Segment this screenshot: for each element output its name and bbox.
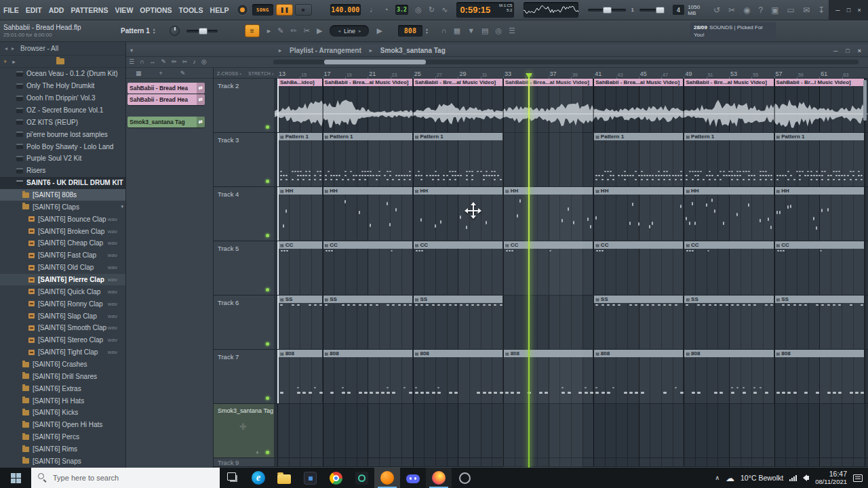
pattern-clip[interactable]: ▤808 <box>503 350 593 403</box>
monitor-icon[interactable]: ▭ <box>787 6 795 14</box>
track-armed-led[interactable] <box>266 342 269 346</box>
shape-tool-select[interactable]: ◂ Line ▸ <box>330 25 369 37</box>
shape-next-icon[interactable]: ▸ <box>359 28 361 34</box>
menu-file[interactable]: FILE <box>0 6 22 14</box>
track-lane[interactable]: ▤CC▤CC▤CC▤CC▤CC▤CC▤CC <box>275 241 868 295</box>
firefox-app[interactable] <box>426 468 452 488</box>
blend-value-display[interactable]: 3.2 <box>395 5 409 15</box>
track-armed-led[interactable] <box>266 180 269 183</box>
play-pause-button[interactable]: ❚❚ <box>276 4 293 16</box>
menu-view[interactable]: VIEW <box>111 6 136 14</box>
track-lane[interactable]: SahBa...ideo]SahBabii - Brea...al Music … <box>275 79 868 132</box>
browser-item[interactable]: [SAINT6] Percs <box>0 431 125 443</box>
pattern-clip[interactable]: ▤SS <box>684 296 774 349</box>
pattern-clip[interactable]: ▤808 <box>277 350 323 403</box>
loop-icon[interactable]: ↻ <box>429 6 435 14</box>
start-button[interactable] <box>0 468 31 488</box>
zoom-icon[interactable]: ◎ <box>201 59 207 65</box>
discord-app[interactable] <box>400 468 426 488</box>
pattern-clip[interactable]: ▤HH <box>774 187 865 241</box>
track-header[interactable]: Track 2 <box>214 79 275 132</box>
pattern-clip[interactable]: ▤CC <box>413 241 503 295</box>
browser-folder-icon[interactable] <box>56 58 64 64</box>
main-knob[interactable] <box>170 26 180 36</box>
picker-clip[interactable]: SahBabii - Bread Hea⇄ <box>127 83 205 94</box>
browser-item[interactable]: SAINT6 - UK DRILL DRUM KIT <box>0 177 125 189</box>
clock[interactable]: 16:47 08/11/2021 <box>815 470 847 486</box>
zcross-label[interactable]: Z-CROSS▾ <box>217 71 241 76</box>
save-icon[interactable]: ▣ <box>771 6 778 14</box>
wait-icon[interactable]: ◔ <box>384 6 389 14</box>
pattern-clip[interactable]: ▤HH <box>277 187 323 241</box>
sync-icon[interactable]: ↺ <box>713 6 720 14</box>
browser-item[interactable]: [SAINT6] Kicks <box>0 407 125 419</box>
pencil-icon[interactable]: ✎ <box>161 59 167 65</box>
pattern-clip[interactable]: ▤808 <box>684 350 774 403</box>
browser-item[interactable]: Purple Soul V2 Kit <box>0 152 125 165</box>
browser-back-icon[interactable]: ◂ <box>5 45 7 52</box>
track-armed-led[interactable] <box>266 451 269 454</box>
draw-icon[interactable]: ✎ <box>277 27 283 35</box>
paint-icon[interactable]: ✏ <box>172 59 177 65</box>
clip-swap-icon[interactable]: ⇄ <box>197 83 205 94</box>
browser-item[interactable]: OZ - Secret Bounce Vol.1 <box>0 104 125 117</box>
pattern-clip[interactable]: ▤HH <box>413 187 503 241</box>
browser-forward-icon[interactable]: ▸ <box>12 45 14 52</box>
cut-icon[interactable]: ✂ <box>728 6 735 14</box>
playlist-close-button[interactable]: × <box>858 47 861 54</box>
pattern-clip[interactable]: ▤Pattern 1 <box>323 133 413 186</box>
browser-item[interactable]: pi'erre bourne lost samples <box>0 128 125 140</box>
playhead-marker-icon[interactable] <box>526 73 532 79</box>
step-icon[interactable]: ▸ <box>267 27 271 35</box>
pattern-clip[interactable]: ▤CC <box>277 241 323 295</box>
track-header[interactable]: Track 5 <box>214 241 275 295</box>
pattern-clip[interactable]: ▤SS <box>277 296 323 349</box>
track-armed-led[interactable] <box>266 288 269 291</box>
pattern-clip[interactable]: ▤HH <box>503 187 593 241</box>
edge-app[interactable]: e <box>245 468 271 488</box>
countdown-icon[interactable]: ◎ <box>415 6 422 14</box>
slip-icon[interactable]: ↔ <box>150 59 156 65</box>
slice-icon[interactable]: ✂ <box>182 59 188 65</box>
picker-cross-icon[interactable]: + <box>159 70 163 77</box>
view-icon[interactable]: ▤ <box>481 27 488 35</box>
download-icon[interactable]: ↧ <box>818 6 825 14</box>
minimize-button[interactable]: ─ <box>835 7 840 14</box>
help-icon[interactable]: ? <box>759 6 764 14</box>
pattern-clip[interactable]: ▤SS <box>323 296 413 349</box>
browser-item[interactable]: [SAINT6] Claps▾ <box>0 201 125 213</box>
menu-help[interactable]: HELP <box>207 6 233 14</box>
picker-clip[interactable]: Smok3_santana Tag⇄ <box>127 117 205 127</box>
audio-clip[interactable]: SahBabii - Br...l Music Video] <box>774 79 865 132</box>
browser-item[interactable]: [SAINT6] Old Clapwav <box>0 262 125 274</box>
browser-item[interactable]: [SAINT6] Stereo Clapwav <box>0 334 125 346</box>
mic-icon[interactable]: ◉ <box>743 6 750 14</box>
pattern-clip[interactable]: ▤HH <box>323 187 413 241</box>
stop-button[interactable]: ■ <box>295 4 312 16</box>
playback-marker-icon[interactable]: ▶ <box>376 27 382 35</box>
menu-add[interactable]: ADD <box>45 6 68 14</box>
add-clip-icon[interactable]: + <box>256 449 259 456</box>
timeline-ruler[interactable]: Z-CROSS▾ STRETCH▾ 1315171921232527293133… <box>214 68 868 79</box>
play-icon[interactable]: ▶ <box>317 27 322 35</box>
audio-clip[interactable]: SahBabii - Brea...al Music Video] <box>323 79 413 132</box>
pattern-clip[interactable]: ▤CC <box>503 241 593 295</box>
horizontal-scrollbar[interactable] <box>273 60 859 64</box>
action-center-icon[interactable] <box>853 474 863 482</box>
value-stepper[interactable]: ▲▼ <box>425 28 429 35</box>
pattern-clip[interactable]: ▤Pattern 1 <box>413 133 503 186</box>
menu-edit[interactable]: EDIT <box>22 6 45 14</box>
pattern-clip[interactable]: ▤CC <box>684 241 774 295</box>
pattern-clip[interactable]: ▤HH <box>684 187 774 241</box>
browser-item[interactable]: [SAINT6] Tight Clapwav <box>0 346 125 359</box>
master-volume-slider[interactable] <box>588 9 625 12</box>
hscroll-thumb[interactable] <box>324 60 426 64</box>
browser-item[interactable]: [SAINT6] Slap Clapwav <box>0 310 125 322</box>
master-pitch-slider[interactable] <box>639 9 664 12</box>
browser-item[interactable]: [SAINT6] Rims <box>0 443 125 455</box>
metronome-icon[interactable]: ♩ <box>370 6 377 14</box>
pattern-clip[interactable]: ▤CC <box>323 241 413 295</box>
close-button[interactable]: × <box>857 7 861 14</box>
pattern-clip[interactable]: ▤808 <box>593 350 684 403</box>
pattern-clip[interactable]: ▤SS <box>774 296 865 349</box>
